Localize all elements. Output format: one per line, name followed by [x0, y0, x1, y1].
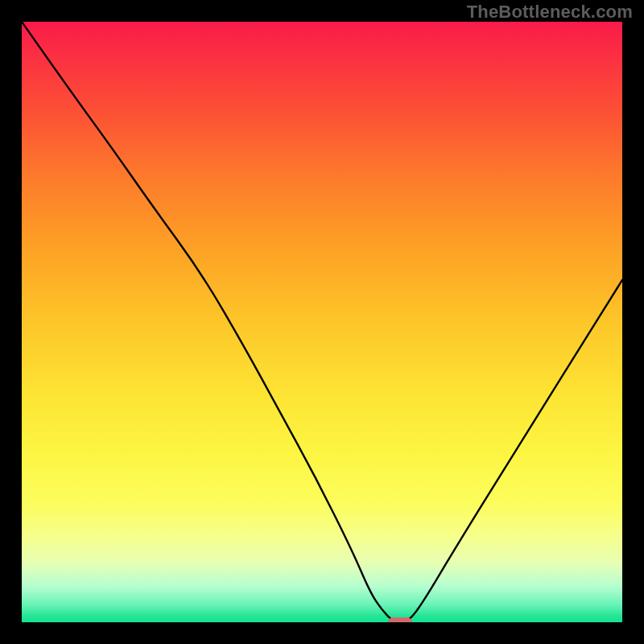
bottleneck-curve	[22, 22, 622, 622]
attribution-text: TheBottleneck.com	[467, 2, 633, 23]
optimum-marker	[388, 617, 412, 622]
plot-area	[22, 22, 622, 622]
chart-frame: TheBottleneck.com	[0, 0, 644, 644]
curve-svg	[22, 22, 622, 622]
